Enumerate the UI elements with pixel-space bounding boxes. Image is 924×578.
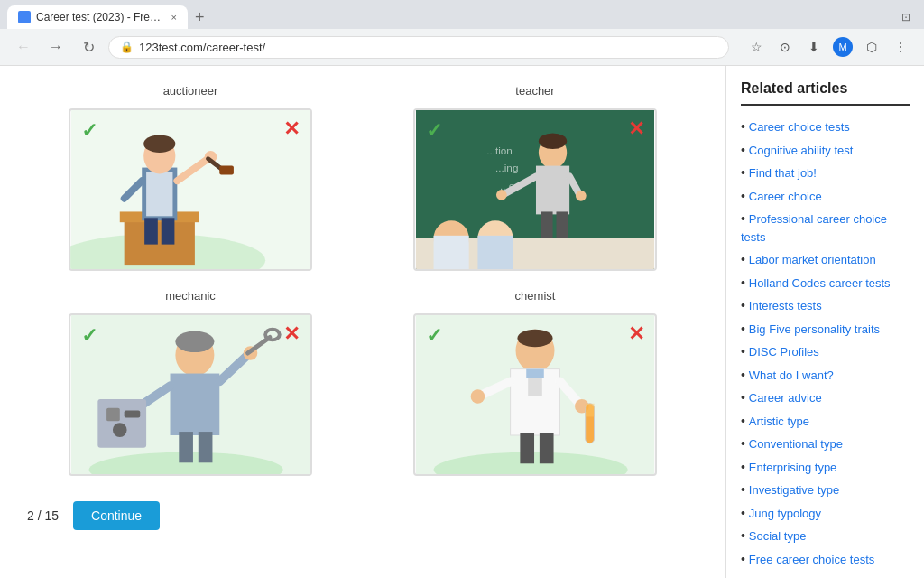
career-item-teacher: teacher ✓ ✕ ...tion ...ing ...er <box>372 84 698 271</box>
x-mark-teacher[interactable]: ✕ <box>628 117 644 141</box>
new-tab-button[interactable]: + <box>188 6 212 29</box>
career-image-mechanic[interactable]: ✓ ✕ <box>69 313 312 476</box>
sidebar-link[interactable]: Cognitive ability test <box>749 144 854 157</box>
sidebar-link[interactable]: Artistic type <box>749 415 809 428</box>
sidebar-list-item: Free career choice tests <box>741 551 910 569</box>
lock-icon: 🔒 <box>120 41 134 53</box>
sidebar-link[interactable]: Jung typology <box>749 507 821 520</box>
career-image-auctioneer[interactable]: ✓ ✕ <box>69 108 312 271</box>
window-controls: ⊡ <box>899 10 917 24</box>
download-icon[interactable]: ⬇ <box>801 34 827 60</box>
sidebar-list-item: DISC Profiles <box>741 343 910 361</box>
extension-icon[interactable]: ⬡ <box>859 34 884 60</box>
svg-rect-49 <box>179 432 193 462</box>
svg-rect-13 <box>144 218 158 244</box>
svg-rect-33 <box>477 236 513 269</box>
x-mark-chemist[interactable]: ✕ <box>628 322 644 346</box>
tab-favicon <box>18 11 31 23</box>
sidebar-link[interactable]: Enterprising type <box>749 461 837 474</box>
sidebar-link[interactable]: Career choice <box>749 190 822 203</box>
sidebar-list-item: Career choice <box>741 188 910 206</box>
career-image-teacher[interactable]: ✓ ✕ ...tion ...ing ...er <box>413 108 657 271</box>
svg-rect-23 <box>536 166 569 215</box>
sidebar-title: Related articles <box>741 80 910 106</box>
career-item-mechanic: mechanic ✓ ✕ <box>27 289 354 476</box>
sidebar-link[interactable]: Free career choice tests <box>749 553 874 566</box>
url-input[interactable]: 🔒 123test.com/career-test/ <box>108 36 729 59</box>
svg-point-25 <box>496 190 507 200</box>
sidebar: Related articles Career choice testsCogn… <box>725 66 924 578</box>
sidebar-list-item: Interests tests <box>741 297 910 315</box>
page-content: auctioneer ✓ ✕ <box>0 66 924 578</box>
sidebar-list-item: Artistic type <box>741 413 910 431</box>
account-icon[interactable]: M <box>830 34 855 60</box>
sidebar-link[interactable]: What do I want? <box>749 368 834 382</box>
sidebar-link[interactable]: DISC Profiles <box>749 345 819 359</box>
back-button[interactable]: ← <box>11 34 36 60</box>
sidebar-link[interactable]: Career advice <box>749 391 822 405</box>
career-label-mechanic: mechanic <box>165 289 216 303</box>
sidebar-link[interactable]: Investigative type <box>749 483 839 497</box>
careers-grid: auctioneer ✓ ✕ <box>27 84 698 476</box>
url-text: 123test.com/career-test/ <box>139 41 265 54</box>
svg-rect-11 <box>219 166 234 175</box>
check-mark-mechanic[interactable]: ✓ <box>81 324 97 348</box>
restore-icon[interactable]: ⊡ <box>899 10 913 24</box>
x-mark-mechanic[interactable]: ✕ <box>283 322 300 346</box>
check-mark-teacher[interactable]: ✓ <box>426 119 442 143</box>
sidebar-list-item: Holland Codes career tests <box>741 275 910 293</box>
related-articles-list: Career choice testsCognitive ability tes… <box>741 118 910 568</box>
svg-point-22 <box>539 133 567 149</box>
svg-point-48 <box>113 423 127 437</box>
sidebar-link[interactable]: Interests tests <box>749 299 822 312</box>
career-label-auctioneer: auctioneer <box>163 84 218 98</box>
svg-point-37 <box>175 331 214 352</box>
career-image-chemist[interactable]: ✓ ✕ <box>413 313 657 476</box>
sidebar-link[interactable]: Career choice tests <box>749 120 850 134</box>
sidebar-link[interactable]: Professional career choice tests <box>741 212 887 244</box>
career-item-auctioneer: auctioneer ✓ ✕ <box>27 84 354 271</box>
sidebar-link[interactable]: Social type <box>749 529 807 543</box>
sidebar-list-item: Find that job! <box>741 164 910 182</box>
sidebar-list-item: Cognitive ability test <box>741 142 910 160</box>
ntp-icon[interactable]: ⊙ <box>772 34 798 60</box>
sidebar-link[interactable]: Labor market orientation <box>749 253 876 266</box>
svg-rect-29 <box>556 211 568 238</box>
svg-text:...tion: ...tion <box>486 144 513 156</box>
sidebar-link[interactable]: Conventional type <box>749 437 843 451</box>
sidebar-list-item: Jung typology <box>741 505 910 523</box>
svg-rect-28 <box>541 211 553 238</box>
sidebar-list-item: Career advice <box>741 389 910 407</box>
sidebar-list-item: Investigative type <box>741 481 910 499</box>
svg-point-27 <box>576 191 587 201</box>
continue-button[interactable]: Continue <box>73 501 160 530</box>
bookmark-icon[interactable]: ☆ <box>744 34 769 60</box>
tab-close-button[interactable]: × <box>171 12 177 23</box>
svg-rect-62 <box>586 404 595 417</box>
sidebar-list-item: Enterprising type <box>741 459 910 477</box>
check-mark-chemist[interactable]: ✓ <box>426 324 442 348</box>
svg-point-7 <box>143 135 175 153</box>
sidebar-link[interactable]: Find that job! <box>749 166 817 180</box>
svg-rect-46 <box>106 408 120 422</box>
sidebar-list-item: Big Five personality traits <box>741 321 910 339</box>
svg-rect-63 <box>520 433 534 463</box>
active-tab[interactable]: Career test (2023) - Free onli... × <box>7 5 188 29</box>
forward-button[interactable]: → <box>43 34 69 60</box>
career-label-teacher: teacher <box>515 84 554 98</box>
tab-bar: Career test (2023) - Free onli... × + ⊡ <box>0 0 924 29</box>
check-mark-auctioneer[interactable]: ✓ <box>81 119 97 143</box>
sidebar-link[interactable]: Big Five personality traits <box>749 322 880 336</box>
refresh-button[interactable]: ↻ <box>76 34 101 60</box>
svg-rect-64 <box>540 433 554 463</box>
x-mark-auctioneer[interactable]: ✕ <box>283 117 300 141</box>
sidebar-list-item: Labor market orientation <box>741 251 910 269</box>
main-content: auctioneer ✓ ✕ <box>0 66 725 578</box>
bottom-bar: 2 / 15 Continue <box>27 494 698 530</box>
more-icon[interactable]: ⋮ <box>888 34 913 60</box>
svg-rect-65 <box>526 369 544 378</box>
toolbar-actions: ☆ ⊙ ⬇ M ⬡ ⋮ <box>744 34 913 60</box>
address-bar: ← → ↻ 🔒 123test.com/career-test/ ☆ ⊙ ⬇ M… <box>0 29 924 65</box>
sidebar-link[interactable]: Holland Codes career tests <box>749 276 891 290</box>
browser-chrome: Career test (2023) - Free onli... × + ⊡ … <box>0 0 924 66</box>
